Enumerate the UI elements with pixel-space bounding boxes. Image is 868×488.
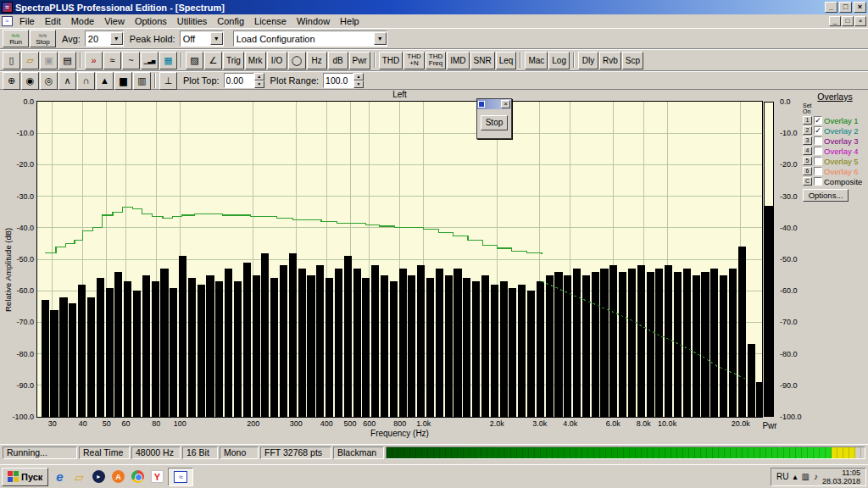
time-series-button[interactable]: ≈: [103, 52, 121, 69]
plot-top-input[interactable]: [224, 73, 254, 88]
rvb-button[interactable]: Rvb: [599, 52, 621, 69]
spectrogram-button[interactable]: ▦: [159, 52, 177, 69]
overlay-checkbox-2[interactable]: ✓: [814, 126, 822, 135]
zoom-button[interactable]: ⊕: [3, 72, 20, 90]
display-settings-icon[interactable]: ▥: [802, 473, 810, 481]
menu-options[interactable]: Options: [130, 15, 172, 27]
trigger-button[interactable]: Trig: [223, 52, 244, 69]
avg-dropdown[interactable]: 20 ▼: [85, 30, 124, 47]
overlay-set-button-1[interactable]: 1: [803, 116, 812, 125]
yandex-browser-icon[interactable]: Y: [148, 469, 165, 485]
dialog-stop-button[interactable]: Stop: [481, 115, 508, 130]
overlay-set-button-C[interactable]: C: [803, 177, 812, 186]
spectrum-plot[interactable]: [37, 102, 762, 417]
open-folder-button[interactable]: ▱: [21, 52, 39, 69]
scp-button[interactable]: Scp: [622, 52, 643, 69]
amigo-browser-icon[interactable]: A: [109, 469, 126, 485]
phase-button[interactable]: ∠: [204, 52, 222, 69]
overlay-checkbox-3[interactable]: [814, 136, 822, 145]
waveform-button[interactable]: ~: [122, 52, 140, 69]
clock[interactable]: 11:05 28.03.2018: [822, 469, 860, 485]
language-indicator[interactable]: RU: [776, 472, 788, 481]
leq-button[interactable]: Leq: [496, 52, 517, 69]
db-button[interactable]: dB: [328, 52, 348, 69]
volume-icon[interactable]: ♪: [814, 473, 818, 481]
stop-dialog-titlebar[interactable]: ×: [477, 99, 511, 109]
peak-hold-dropdown[interactable]: Off ▼: [180, 30, 224, 47]
readout-toggle-button[interactable]: ◎: [40, 72, 58, 90]
child-close-button[interactable]: ×: [854, 16, 866, 26]
internet-explorer-icon[interactable]: e: [51, 469, 68, 485]
new-file-button[interactable]: ▯: [3, 52, 20, 69]
minimize-button[interactable]: _: [825, 2, 837, 13]
folder-icon[interactable]: ▱: [70, 469, 87, 485]
overlay-checkbox-1[interactable]: ✓: [814, 116, 822, 125]
child-restore-button[interactable]: □: [842, 16, 854, 26]
menu-config[interactable]: Config: [212, 15, 249, 27]
print-icon: ▤: [63, 55, 71, 66]
chevron-down-icon[interactable]: ▼: [210, 32, 223, 45]
status-panel: Running...: [3, 446, 77, 459]
cursor-toggle-button[interactable]: ◉: [21, 72, 39, 90]
clock-button[interactable]: ◯: [288, 52, 306, 69]
menu-license[interactable]: License: [249, 15, 292, 27]
overlay-checkbox-C[interactable]: [814, 177, 822, 186]
plot-range-input[interactable]: [323, 73, 353, 88]
menu-file[interactable]: File: [14, 15, 40, 27]
chevron-down-icon[interactable]: ▼: [110, 32, 123, 45]
overlay-checkbox-6[interactable]: [814, 167, 822, 175]
spectraplus-task-button[interactable]: ≈: [168, 468, 193, 486]
menu-edit[interactable]: Edit: [40, 15, 66, 27]
close-icon[interactable]: ×: [501, 100, 510, 108]
log-button[interactable]: Log: [548, 52, 570, 69]
imd-button[interactable]: IMD: [447, 52, 469, 69]
grid-table-button[interactable]: ▥: [133, 72, 151, 90]
hz-button[interactable]: Hz: [307, 52, 327, 69]
menu-window[interactable]: Window: [292, 15, 335, 27]
peak-display-button[interactable]: ∧: [58, 72, 76, 90]
menu-utilities[interactable]: Utilities: [172, 15, 212, 27]
filled-plot-button[interactable]: ▲: [96, 72, 114, 90]
snr-button[interactable]: SNR: [470, 52, 495, 69]
hidden-icons-arrow-icon[interactable]: ▴: [793, 473, 797, 481]
line-plot-button[interactable]: ∩: [77, 72, 95, 90]
io-button[interactable]: I/O: [267, 52, 287, 69]
plot-range-spinner[interactable]: ▲▼: [353, 73, 364, 88]
plot-top-spinner[interactable]: ▲▼: [254, 73, 264, 88]
overlay-set-button-3[interactable]: 3: [803, 136, 812, 145]
bar-plot-button[interactable]: ▆: [114, 72, 132, 90]
thd-n-button[interactable]: THD +N: [403, 52, 424, 69]
mac-button[interactable]: Mac: [525, 52, 548, 69]
thd-freq-button[interactable]: THD Freq: [426, 52, 446, 69]
dly-button[interactable]: Dly: [578, 52, 598, 69]
load-configuration-dropdown[interactable]: Load Configuration ▼: [233, 30, 387, 47]
run-button[interactable]: ≈≈ Run: [3, 30, 29, 47]
close-button[interactable]: ×: [854, 2, 866, 13]
overlay-set-button-5[interactable]: 5: [803, 157, 812, 165]
media-player-icon[interactable]: ▸: [90, 469, 107, 485]
child-minimize-button[interactable]: _: [829, 16, 841, 26]
spectrum-bars-button[interactable]: ▁▃▅: [141, 52, 159, 69]
chrome-icon[interactable]: [129, 469, 146, 485]
overlay-checkbox-4[interactable]: [814, 147, 822, 155]
chevron-down-icon[interactable]: ▼: [374, 32, 387, 45]
overlay-set-button-2[interactable]: 2: [803, 126, 812, 135]
print-button[interactable]: ▤: [58, 52, 76, 69]
save-button[interactable]: ▣: [40, 52, 58, 69]
overlay-set-button-4[interactable]: 4: [803, 147, 812, 155]
fast-forward-button[interactable]: »: [85, 52, 103, 69]
pwr-button[interactable]: Pwr: [349, 52, 370, 69]
menu-help[interactable]: Help: [335, 15, 364, 27]
menu-view[interactable]: View: [99, 15, 130, 27]
start-button[interactable]: Пуск: [2, 468, 48, 486]
overlays-options-button[interactable]: Options...: [803, 189, 849, 202]
marker-line-button[interactable]: ⊥: [159, 72, 177, 90]
thd-button[interactable]: THD: [379, 52, 403, 69]
menu-mode[interactable]: Mode: [66, 15, 100, 27]
maximize-button[interactable]: □: [839, 2, 852, 13]
markers-button[interactable]: Mrk: [245, 52, 266, 69]
overlay-set-button-6[interactable]: 6: [803, 167, 812, 175]
overlay-checkbox-5[interactable]: [814, 157, 822, 165]
stop-button[interactable]: ≈≈ Stop: [30, 30, 56, 47]
surface-plot-button[interactable]: ▨: [186, 52, 203, 69]
